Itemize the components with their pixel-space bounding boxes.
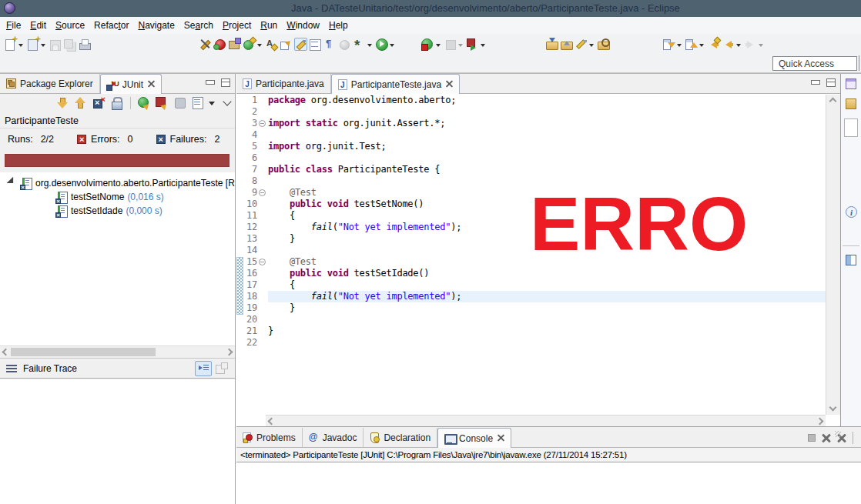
search-folder-icon[interactable]: [597, 38, 610, 51]
minimize-view-icon[interactable]: [205, 78, 215, 86]
save-icon[interactable]: [49, 38, 62, 51]
new-class-icon[interactable]: [243, 38, 256, 51]
run-fail-dropdown-icon[interactable]: [436, 44, 441, 49]
editor-vscrollbar[interactable]: [826, 95, 840, 415]
close-junit-tab-icon[interactable]: [148, 81, 155, 88]
next-annot-icon[interactable]: [662, 38, 675, 51]
show-failures-only-icon[interactable]: ×: [92, 96, 106, 109]
tab-javadoc[interactable]: @ Javadoc: [303, 428, 364, 447]
back-icon[interactable]: [722, 38, 735, 51]
menu-file[interactable]: File: [2, 17, 25, 33]
show-trace-in-console-icon[interactable]: [195, 361, 212, 376]
editor-hscrollbar[interactable]: [266, 415, 826, 426]
history-dropdown-icon[interactable]: [209, 102, 215, 108]
previous-failed-test-icon[interactable]: [75, 96, 88, 109]
stop-icon[interactable]: [444, 38, 457, 51]
scroll-right-icon[interactable]: [226, 349, 233, 356]
menu-navigate[interactable]: Navigate: [133, 17, 179, 33]
new-class-dropdown-icon[interactable]: [257, 44, 262, 49]
open-type-icon[interactable]: [280, 38, 293, 51]
prev-annot-dropdown-icon[interactable]: [699, 44, 704, 49]
remove-all-launches-icon[interactable]: [837, 433, 846, 442]
new-wizard-dropdown-icon[interactable]: [41, 44, 45, 49]
compare-result-icon[interactable]: [215, 362, 229, 375]
outline-view-icon[interactable]: [846, 78, 856, 89]
debug-star-icon[interactable]: [353, 38, 366, 51]
tree-test-testSetNome[interactable]: ×testSetNome(0,016 s): [0, 190, 235, 204]
tree-test-testSetIdade[interactable]: ×testSetIdade(0,000 s): [0, 204, 235, 218]
menu-edit[interactable]: Edit: [25, 17, 51, 33]
close-console-tab-icon[interactable]: [498, 435, 504, 442]
quick-access-input[interactable]: Quick Access: [772, 56, 857, 71]
brush-dropdown-icon[interactable]: [589, 44, 594, 49]
debug-star-dropdown-icon[interactable]: [367, 44, 372, 49]
new-file-icon[interactable]: [4, 38, 17, 51]
scroll-thumb[interactable]: [11, 348, 156, 356]
profile-icon[interactable]: [466, 38, 479, 51]
show-box-icon[interactable]: [309, 38, 322, 51]
terminate-icon[interactable]: [808, 434, 816, 442]
view-menu-icon[interactable]: [223, 97, 231, 105]
close-editor-tab-icon[interactable]: [446, 81, 453, 88]
tab-console[interactable]: Console: [437, 428, 511, 448]
menu-window[interactable]: Window: [282, 17, 324, 33]
run-icon[interactable]: [375, 38, 388, 51]
maximize-editor-icon[interactable]: [826, 78, 836, 87]
task-list-icon[interactable]: [846, 98, 856, 109]
toggle-mark-icon[interactable]: [294, 38, 307, 51]
forward-icon[interactable]: [744, 38, 757, 51]
gray-orb-icon[interactable]: [338, 38, 351, 51]
brush-icon[interactable]: [575, 38, 588, 51]
scroll-down-icon[interactable]: [829, 404, 837, 412]
tab-participante-teste-java[interactable]: J ParticipanteTeste.java: [331, 74, 460, 94]
menu-project[interactable]: Project: [218, 17, 256, 33]
menu-search[interactable]: Search: [179, 17, 218, 33]
no-write-icon[interactable]: [199, 38, 212, 51]
forward-dropdown-icon[interactable]: [759, 44, 763, 49]
restore-view-button[interactable]: [844, 118, 858, 137]
coverage-icon[interactable]: [213, 38, 226, 51]
tab-problems[interactable]: Problems: [236, 428, 303, 447]
layout-view-icon[interactable]: [846, 255, 856, 265]
rerun-test-icon[interactable]: [138, 96, 151, 109]
run-fail-icon[interactable]: [421, 38, 434, 51]
save-all-icon[interactable]: [63, 38, 76, 51]
menu-run[interactable]: Run: [256, 17, 282, 33]
junit-tree-hscrollbar[interactable]: [0, 345, 235, 358]
expand-arrow-icon[interactable]: [7, 177, 17, 187]
pilcrow-icon[interactable]: [323, 38, 337, 51]
console-output[interactable]: [236, 462, 861, 504]
print-icon[interactable]: [78, 38, 91, 51]
scroll-right-icon[interactable]: [816, 418, 824, 426]
menu-source[interactable]: Source: [51, 17, 89, 33]
run-dropdown-icon[interactable]: [390, 44, 394, 49]
new-wizard-icon[interactable]: [26, 38, 39, 51]
last-edit-icon[interactable]: [707, 38, 720, 51]
next-annot-dropdown-icon[interactable]: [677, 44, 682, 49]
tab-junit[interactable]: JUnit: [100, 74, 162, 94]
maximize-view-icon[interactable]: [221, 78, 230, 87]
stop-dropdown-icon[interactable]: [458, 44, 463, 49]
scroll-up-icon[interactable]: [829, 98, 837, 105]
tab-declaration[interactable]: Declaration: [363, 428, 437, 447]
import-folder-icon[interactable]: [545, 38, 558, 51]
next-failed-test-icon[interactable]: [57, 96, 70, 109]
test-run-history-icon[interactable]: [191, 96, 204, 109]
tab-participante-java[interactable]: J Participante.java: [236, 74, 331, 93]
back-dropdown-icon[interactable]: [736, 44, 741, 49]
prev-annot-icon[interactable]: [685, 38, 698, 51]
menu-help[interactable]: Help: [324, 17, 353, 33]
new-file-dropdown-icon[interactable]: [18, 44, 23, 49]
tab-package-explorer[interactable]: Package Explorer: [0, 74, 100, 93]
info-icon[interactable]: i: [846, 206, 857, 218]
export-folder-icon[interactable]: [560, 38, 573, 51]
new-letter-icon[interactable]: [265, 38, 278, 51]
scroll-left-icon[interactable]: [2, 349, 10, 356]
remove-launch-icon[interactable]: [822, 433, 831, 442]
minimize-editor-icon[interactable]: [810, 78, 820, 86]
scroll-left-icon[interactable]: [268, 418, 276, 426]
new-project-icon[interactable]: [228, 38, 241, 51]
profile-dropdown-icon[interactable]: [481, 44, 485, 49]
rerun-failed-first-icon[interactable]: [156, 96, 169, 109]
menu-refactor[interactable]: Refactor: [89, 17, 133, 33]
